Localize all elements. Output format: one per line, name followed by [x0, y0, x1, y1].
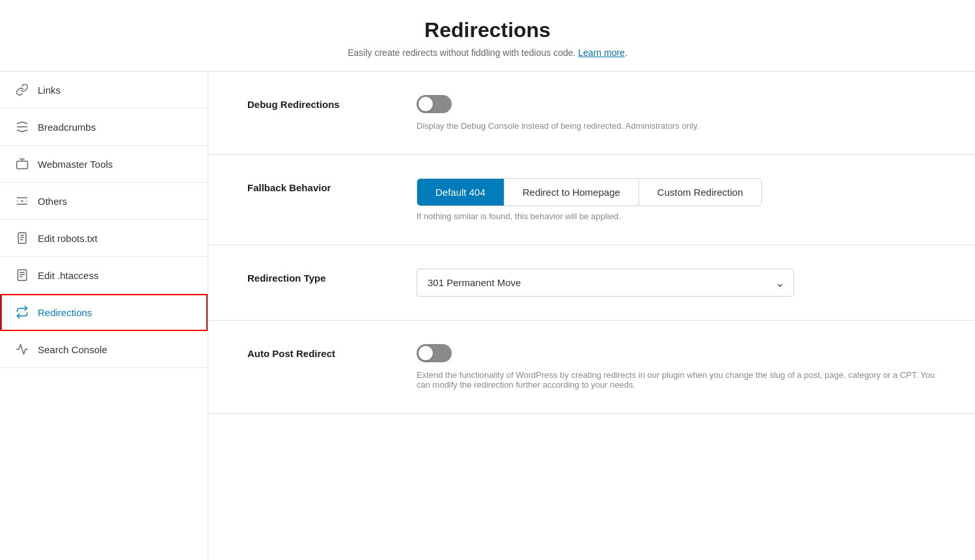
sidebar-item-others-label: Others — [38, 196, 67, 207]
debug-redirections-label: Debug Redirections — [247, 95, 391, 110]
page-title: Redirections — [13, 18, 962, 42]
link-icon — [16, 83, 29, 96]
redirections-icon — [16, 306, 29, 319]
fallback-behavior-description: If nothing similar is found, this behavi… — [417, 211, 936, 221]
sidebar: Links Breadcrumbs Webmaster Tools Others — [0, 72, 208, 560]
debug-redirections-row: Debug Redirections Display the Debug Con… — [247, 95, 936, 131]
svg-rect-0 — [17, 161, 28, 169]
toggle-knob-auto — [419, 346, 433, 360]
fallback-behavior-control: Default 404 Redirect to Homepage Custom … — [417, 178, 936, 221]
sidebar-item-breadcrumbs-label: Breadcrumbs — [38, 122, 96, 133]
redirection-type-select[interactable]: 301 Permanent Move 302 Temporary Redirec… — [417, 269, 794, 297]
page-wrapper: Redirections Easily create redirects wit… — [0, 0, 975, 560]
redirection-type-control: 301 Permanent Move 302 Temporary Redirec… — [417, 269, 936, 297]
sidebar-item-redirections-label: Redirections — [38, 307, 92, 318]
auto-post-redirect-toggle[interactable] — [417, 344, 452, 362]
auto-post-redirect-row: Auto Post Redirect Extend the functional… — [247, 344, 936, 390]
sidebar-item-edit-htaccess-label: Edit .htaccess — [38, 270, 98, 281]
redirection-type-section: Redirection Type 301 Permanent Move 302 … — [208, 245, 975, 321]
sidebar-item-search-console-label: Search Console — [38, 344, 107, 355]
page-header: Redirections Easily create redirects wit… — [0, 0, 975, 72]
debug-redirections-control: Display the Debug Console instead of bei… — [417, 95, 936, 131]
htaccess-icon — [16, 269, 29, 282]
fallback-btn-default-404[interactable]: Default 404 — [417, 179, 504, 206]
sidebar-item-webmaster-tools-label: Webmaster Tools — [38, 159, 113, 170]
sidebar-item-others[interactable]: Others — [0, 183, 208, 220]
auto-post-redirect-description: Extend the functionality of WordPress by… — [417, 370, 936, 390]
sidebar-item-search-console[interactable]: Search Console — [0, 331, 208, 368]
svg-point-1 — [21, 200, 23, 202]
auto-post-redirect-control: Extend the functionality of WordPress by… — [417, 344, 936, 390]
debug-redirections-toggle[interactable] — [417, 95, 452, 113]
webmaster-icon — [16, 157, 29, 170]
debug-redirections-description: Display the Debug Console instead of bei… — [417, 121, 936, 131]
sidebar-item-webmaster-tools[interactable]: Webmaster Tools — [0, 146, 208, 183]
sidebar-item-edit-htaccess[interactable]: Edit .htaccess — [0, 257, 208, 294]
sidebar-item-breadcrumbs[interactable]: Breadcrumbs — [0, 109, 208, 146]
others-icon — [16, 194, 29, 207]
sidebar-item-redirections[interactable]: Redirections — [0, 294, 208, 331]
redirection-type-select-wrapper: 301 Permanent Move 302 Temporary Redirec… — [417, 269, 794, 297]
fallback-behavior-row: Fallback Behavior Default 404 Redirect t… — [247, 178, 936, 221]
content-area: Links Breadcrumbs Webmaster Tools Others — [0, 72, 975, 560]
redirection-type-row: Redirection Type 301 Permanent Move 302 … — [247, 269, 936, 297]
svg-rect-6 — [18, 233, 26, 244]
fallback-behavior-label: Fallback Behavior — [247, 178, 391, 193]
main-content: Debug Redirections Display the Debug Con… — [208, 72, 975, 560]
fallback-btn-redirect-homepage[interactable]: Redirect to Homepage — [504, 179, 639, 206]
breadcrumbs-icon — [16, 120, 29, 133]
sidebar-item-edit-robots[interactable]: Edit robots.txt — [0, 220, 208, 257]
auto-post-redirect-label: Auto Post Redirect — [247, 344, 391, 359]
robots-icon — [16, 232, 29, 245]
fallback-btn-custom-redirection[interactable]: Custom Redirection — [639, 179, 762, 206]
sidebar-item-edit-robots-label: Edit robots.txt — [38, 233, 98, 244]
fallback-behavior-section: Fallback Behavior Default 404 Redirect t… — [208, 155, 975, 245]
debug-redirections-section: Debug Redirections Display the Debug Con… — [208, 72, 975, 155]
page-subtitle: Easily create redirects without fiddling… — [13, 47, 962, 58]
svg-rect-10 — [18, 270, 26, 281]
auto-post-redirect-section: Auto Post Redirect Extend the functional… — [208, 321, 975, 414]
learn-more-link[interactable]: Learn more — [578, 47, 625, 58]
sidebar-item-links-label: Links — [38, 85, 61, 96]
redirection-type-label: Redirection Type — [247, 269, 391, 284]
search-console-icon — [16, 343, 29, 356]
toggle-knob — [419, 97, 433, 111]
sidebar-item-links[interactable]: Links — [0, 72, 208, 109]
fallback-button-group: Default 404 Redirect to Homepage Custom … — [417, 178, 762, 206]
